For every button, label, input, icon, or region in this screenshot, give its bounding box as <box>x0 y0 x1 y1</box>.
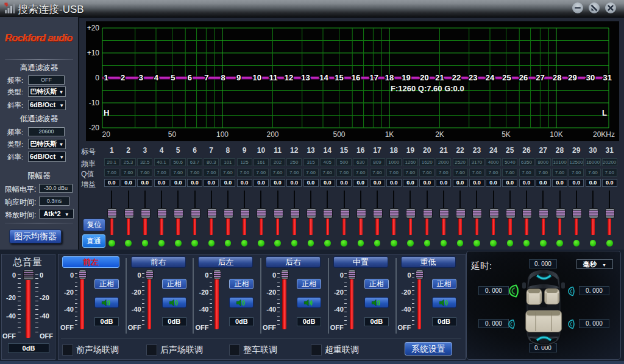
svg-text:10K: 10K <box>550 130 562 139</box>
svg-text:4: 4 <box>154 73 159 82</box>
svg-text:22: 22 <box>452 73 461 82</box>
svg-text:3: 3 <box>139 73 143 82</box>
svg-text:F:1260 Q:7.60 G:0.0: F:1260 Q:7.60 G:0.0 <box>391 84 464 93</box>
svg-text:100: 100 <box>216 130 229 139</box>
svg-text:9: 9 <box>236 73 241 82</box>
svg-text:29: 29 <box>568 73 576 82</box>
svg-text:8: 8 <box>221 73 225 82</box>
svg-text:0: 0 <box>95 74 99 82</box>
svg-text:L: L <box>602 108 607 117</box>
svg-text:5K: 5K <box>502 130 511 139</box>
svg-text:11: 11 <box>269 73 278 82</box>
svg-text:+20: +20 <box>87 24 100 32</box>
svg-text:26: 26 <box>519 73 528 82</box>
svg-text:27: 27 <box>536 73 544 82</box>
svg-text:20: 20 <box>102 130 111 139</box>
svg-text:19: 19 <box>402 73 410 82</box>
svg-text:16: 16 <box>352 73 360 82</box>
svg-text:H: H <box>104 108 109 117</box>
svg-text:2K: 2K <box>435 130 444 139</box>
svg-text:20: 20 <box>420 73 428 82</box>
svg-text:25: 25 <box>502 73 511 82</box>
svg-text:30: 30 <box>586 73 595 82</box>
svg-text:15: 15 <box>335 73 343 82</box>
svg-text:+10: +10 <box>87 49 100 57</box>
svg-text:17: 17 <box>370 73 378 82</box>
svg-text:14: 14 <box>319 73 328 82</box>
svg-text:500: 500 <box>333 130 345 139</box>
svg-text:1K: 1K <box>385 130 394 139</box>
svg-text:6: 6 <box>188 73 192 82</box>
svg-text:-20: -20 <box>89 124 100 132</box>
svg-text:31: 31 <box>603 73 611 82</box>
svg-text:24: 24 <box>486 73 495 82</box>
svg-text:21: 21 <box>435 73 444 82</box>
svg-text:10: 10 <box>252 73 261 82</box>
svg-text:13: 13 <box>301 73 310 82</box>
svg-text:28: 28 <box>553 73 561 82</box>
svg-text:-10: -10 <box>89 99 100 107</box>
svg-text:23: 23 <box>469 73 477 82</box>
svg-text:12: 12 <box>285 73 293 82</box>
svg-text:18: 18 <box>385 73 394 82</box>
svg-text:5: 5 <box>171 73 175 82</box>
svg-text:7: 7 <box>204 73 208 82</box>
svg-text:200: 200 <box>266 130 278 139</box>
svg-text:1: 1 <box>104 73 108 82</box>
svg-text:2: 2 <box>121 73 125 82</box>
svg-text:50: 50 <box>168 130 177 139</box>
svg-text:20KHz: 20KHz <box>593 130 615 139</box>
